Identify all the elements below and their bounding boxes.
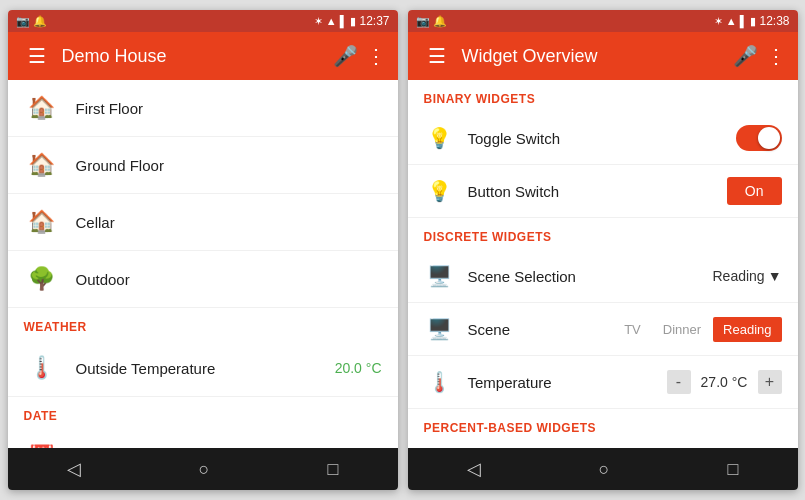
left-app-bar: ☰ Demo House 🎤 ⋮ (8, 32, 398, 80)
cellar-item[interactable]: 🏠 Cellar (8, 194, 398, 251)
ground-floor-icon: 🏠 (24, 147, 60, 183)
cellar-icon: 🏠 (24, 204, 60, 240)
scene-tab-reading[interactable]: Reading (713, 317, 781, 342)
scene-selection-icon: 🖥️ (424, 260, 456, 292)
dropdown-arrow-icon: ▼ (768, 268, 782, 284)
right-status-bar: 📷 🔔 ✶ ▲ ▌ ▮ 12:38 (408, 10, 798, 32)
weather-header: WEATHER (8, 308, 398, 340)
notification-icon: 🔔 (33, 15, 47, 28)
left-status-right: ✶ ▲ ▌ ▮ 12:37 (314, 14, 390, 28)
left-bottom-nav: ◁ ○ □ (8, 448, 398, 490)
home-nav-icon[interactable]: ○ (199, 459, 210, 480)
left-mic-icon[interactable]: 🎤 (333, 44, 358, 68)
button-switch-label: Button Switch (468, 183, 727, 200)
left-app-title: Demo House (62, 46, 325, 67)
outside-temp-item[interactable]: 🌡️ Outside Temperature 20.0 °C (8, 340, 398, 397)
signal-icon: ▌ (340, 15, 348, 27)
right-recent-nav-icon[interactable]: □ (728, 459, 739, 480)
toggle-switch-control[interactable] (736, 125, 782, 151)
cellar-label: Cellar (76, 214, 382, 231)
calendar-icon: 📅 (24, 439, 60, 448)
right-mic-icon[interactable]: 🎤 (733, 44, 758, 68)
temp-minus-btn[interactable]: - (667, 370, 691, 394)
scene-tabs: TV Dinner Reading (614, 317, 781, 342)
back-nav-icon[interactable]: ◁ (67, 458, 81, 480)
right-status-left: 📷 🔔 (416, 15, 447, 28)
outside-temp-label: Outside Temperature (76, 360, 335, 377)
first-floor-label: First Floor (76, 100, 382, 117)
temperature-row: 🌡️ Temperature - 27.0 °C + (408, 356, 798, 409)
right-bottom-nav: ◁ ○ □ (408, 448, 798, 490)
scene-dropdown[interactable]: Reading ▼ (712, 268, 781, 284)
right-battery-icon: ▮ (750, 15, 756, 28)
toggle-thumb (758, 127, 780, 149)
scene-label: Scene (468, 321, 615, 338)
scene-selection-row[interactable]: 🖥️ Scene Selection Reading ▼ (408, 250, 798, 303)
right-home-nav-icon[interactable]: ○ (599, 459, 610, 480)
outdoor-icon: 🌳 (24, 261, 60, 297)
outdoor-item[interactable]: 🌳 Outdoor (8, 251, 398, 308)
scene-dropdown-value: Reading (712, 268, 764, 284)
left-time: 12:37 (359, 14, 389, 28)
right-phone: 📷 🔔 ✶ ▲ ▌ ▮ 12:38 ☰ Widget Overview 🎤 ⋮ … (408, 10, 798, 490)
camera-icon: 📷 (16, 15, 30, 28)
temp-plus-btn[interactable]: + (758, 370, 782, 394)
button-bulb-icon: 💡 (424, 175, 456, 207)
recent-nav-icon[interactable]: □ (328, 459, 339, 480)
scene-tab-dinner[interactable]: Dinner (653, 317, 711, 342)
left-status-bar: 📷 🔔 ✶ ▲ ▌ ▮ 12:37 (8, 10, 398, 32)
scene-selection-label: Scene Selection (468, 268, 713, 285)
right-more-icon[interactable]: ⋮ (766, 44, 786, 68)
outside-temp-value: 20.0 °C (335, 360, 382, 376)
ground-floor-label: Ground Floor (76, 157, 382, 174)
temp-controls: - 27.0 °C + (667, 370, 782, 394)
temp-value: 27.0 °C (697, 374, 752, 390)
right-content: BINARY WIDGETS 💡 Toggle Switch 💡 Button … (408, 80, 798, 448)
phones-container: 📷 🔔 ✶ ▲ ▌ ▮ 12:37 ☰ Demo House 🎤 ⋮ 🏠 Fir (8, 10, 798, 490)
thermometer-icon: 🌡️ (24, 350, 60, 386)
scene-icon: 🖥️ (424, 313, 456, 345)
right-app-bar: ☰ Widget Overview 🎤 ⋮ (408, 32, 798, 80)
left-content: 🏠 First Floor 🏠 Ground Floor 🏠 Cellar 🌳 … (8, 80, 398, 448)
ground-floor-item[interactable]: 🏠 Ground Floor (8, 137, 398, 194)
percent-widgets-header: PERCENT-BASED WIDGETS (408, 409, 798, 441)
right-wifi-icon: ▲ (726, 15, 737, 27)
scene-row: 🖥️ Scene TV Dinner Reading (408, 303, 798, 356)
right-bluetooth-icon: ✶ (714, 15, 723, 28)
right-back-nav-icon[interactable]: ◁ (467, 458, 481, 480)
temperature-label: Temperature (468, 374, 667, 391)
first-floor-icon: 🏠 (24, 90, 60, 126)
outdoor-label: Outdoor (76, 271, 382, 288)
binary-widgets-header: BINARY WIDGETS (408, 80, 798, 112)
wifi-icon: ▲ (326, 15, 337, 27)
right-menu-icon[interactable]: ☰ (428, 44, 446, 68)
left-phone: 📷 🔔 ✶ ▲ ▌ ▮ 12:37 ☰ Demo House 🎤 ⋮ 🏠 Fir (8, 10, 398, 490)
right-notification-icon: 🔔 (433, 15, 447, 28)
right-status-right: ✶ ▲ ▌ ▮ 12:38 (714, 14, 790, 28)
on-button[interactable]: On (727, 177, 782, 205)
right-camera-icon: 📷 (416, 15, 430, 28)
left-menu-icon[interactable]: ☰ (28, 44, 46, 68)
toggle-switch-label: Toggle Switch (468, 130, 736, 147)
left-status-icons: 📷 🔔 (16, 15, 47, 28)
scene-tab-tv[interactable]: TV (614, 317, 651, 342)
discrete-widgets-header: DISCRETE WIDGETS (408, 218, 798, 250)
button-switch-row[interactable]: 💡 Button Switch On (408, 165, 798, 218)
dimmer-row[interactable]: 💡 Dimmer (408, 441, 798, 448)
left-more-icon[interactable]: ⋮ (366, 44, 386, 68)
toggle-track (736, 125, 782, 151)
date-item[interactable]: 📅 Date Monday, 25.05.2015 (8, 429, 398, 448)
toggle-switch-row[interactable]: 💡 Toggle Switch (408, 112, 798, 165)
toggle-bulb-icon: 💡 (424, 122, 456, 154)
temp-icon: 🌡️ (424, 366, 456, 398)
right-app-title: Widget Overview (462, 46, 725, 67)
battery-icon: ▮ (350, 15, 356, 28)
right-signal-icon: ▌ (740, 15, 748, 27)
right-time: 12:38 (759, 14, 789, 28)
date-header: DATE (8, 397, 398, 429)
first-floor-item[interactable]: 🏠 First Floor (8, 80, 398, 137)
bluetooth-icon: ✶ (314, 15, 323, 28)
